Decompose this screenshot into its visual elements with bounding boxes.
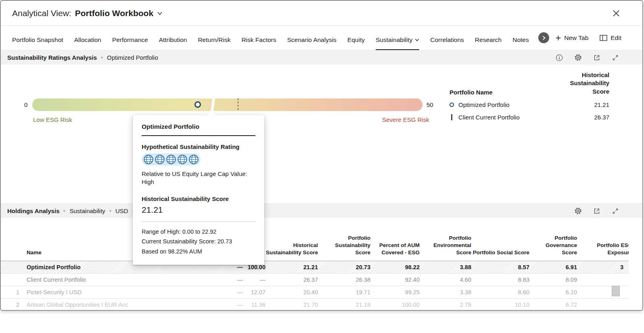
edit-layout-button[interactable]: Edit <box>600 34 621 42</box>
scale-max-label: 50 <box>427 101 433 108</box>
legend-row-optimized-portfolio[interactable]: Optimized Portfolio 21.21 <box>450 101 609 108</box>
analytical-view-window: Analytical View: Portfolio Workbook Port… <box>0 0 643 311</box>
holding-name: Optimized Portfolio <box>27 264 81 270</box>
workbook-name: Portfolio Workbook <box>75 8 153 18</box>
tab-scenario-analysis[interactable]: Scenario Analysis <box>287 28 337 50</box>
tab-correlations[interactable]: Correlations <box>430 28 464 50</box>
tooltip-aum-text: Based on 98.22% AUM <box>142 247 255 257</box>
table-row-client-current-portfolio[interactable]: Client Current Portfolio — — 26.37 26.38… <box>1 273 629 286</box>
tab-portfolio-snapshot[interactable]: Portfolio Snapshot <box>12 28 63 50</box>
ratings-chart-area: 0 50 Low ESG Risk Severe ESG Risk Portfo… <box>1 65 642 203</box>
export-button[interactable] <box>592 207 601 216</box>
export-button[interactable] <box>592 53 601 62</box>
bullet-separator <box>101 57 103 59</box>
holdings-panel-subtitle-2: USD <box>115 207 128 214</box>
esg-risk-gradient-bar[interactable] <box>32 98 422 111</box>
globe-icon <box>155 154 165 165</box>
open-in-new-icon <box>593 54 600 61</box>
holdings-analysis-panel: Holdings Analysis Sustainability USD <box>1 203 642 311</box>
scale-min-label: 0 <box>24 101 27 108</box>
col-header-portfolio-environmental-score[interactable]: Portfolio Environmental Score <box>420 218 471 261</box>
legend-portfolio-score: 21.21 <box>573 101 609 108</box>
legend-score-header: Historical Sustainability Score <box>565 71 609 96</box>
holdings-panel-icons <box>573 206 620 216</box>
workbook-tabbar: Portfolio Snapshot Allocation Performanc… <box>1 26 642 50</box>
table-scrollbar-thumb[interactable] <box>612 286 620 296</box>
col-header-portfolio-social-score[interactable]: Portfolio Social Score <box>471 218 529 261</box>
severe-esg-risk-label: Severe ESG Risk <box>382 116 429 123</box>
tab-return-risk[interactable]: Return/Risk <box>198 28 230 50</box>
holding-name: Pictet-Security I USD <box>27 289 82 295</box>
sustainability-rating-globes <box>142 153 201 165</box>
tab-attribution[interactable]: Attribution <box>159 28 187 50</box>
bullet-separator <box>109 210 111 212</box>
chevron-right-icon <box>542 36 546 40</box>
tooltip-relative-text: Relative to US Equity Large Cap Value: H… <box>142 170 257 186</box>
tooltip-rating-label: Hypothetical Sustainability Rating <box>142 143 255 150</box>
chevron-down-icon <box>157 11 163 15</box>
close-icon <box>612 9 621 18</box>
col-header-portfolio-sustainability-score[interactable]: Portfolio Sustainability Score <box>318 218 370 261</box>
holdings-panel-header: Holdings Analysis Sustainability USD <box>1 203 642 218</box>
page-title[interactable]: Analytical View: Portfolio Workbook <box>12 8 163 18</box>
legend-row-client-current-portfolio[interactable]: Client Current Portfolio 26.37 <box>450 114 609 121</box>
circle-marker-icon <box>450 103 454 107</box>
settings-button[interactable] <box>573 206 583 216</box>
gear-icon <box>574 207 582 215</box>
expand-button[interactable] <box>611 207 620 216</box>
low-esg-risk-label: Low ESG Risk <box>33 116 72 123</box>
globe-icon <box>143 154 154 165</box>
info-button[interactable] <box>555 53 564 62</box>
tooltip-score-value: 21.21 <box>142 205 255 215</box>
portfolio-tooltip: Optimized Portfolio Hypothetical Sustain… <box>133 115 264 265</box>
holdings-panel-title: Holdings Analysis <box>7 207 59 214</box>
expand-icon <box>612 54 619 61</box>
legend-name-header: Portfolio Name <box>450 89 493 96</box>
close-button[interactable] <box>610 7 622 19</box>
gear-icon <box>574 54 582 61</box>
ratings-legend: Portfolio Name Historical Sustainability… <box>450 71 609 121</box>
tab-scroll-right-button[interactable] <box>538 32 549 43</box>
col-header-percent-aum-covered[interactable]: Percent of AUM Covered - ESG <box>370 218 420 261</box>
tab-performance[interactable]: Performance <box>112 28 148 50</box>
tab-research[interactable]: Research <box>475 28 502 50</box>
expand-button[interactable] <box>611 53 620 62</box>
col-header-historical-sustainability-score[interactable]: Historical Sustainability Score <box>266 218 318 261</box>
tab-risk-factors[interactable]: Risk Factors <box>241 28 276 50</box>
ratings-panel-subtitle: Optimized Portfolio <box>107 54 158 61</box>
chevron-down-icon <box>415 38 419 42</box>
page-title-prefix: Analytical View: <box>12 8 71 18</box>
table-row-pictet-security[interactable]: 1Pictet-Security I USD — 12.07 20.40 19.… <box>1 286 629 298</box>
ratings-panel-header: Sustainability Ratings Analysis Optimize… <box>1 50 642 65</box>
tab-allocation[interactable]: Allocation <box>74 28 101 50</box>
tooltip-range-text: Range of High: 0.00 to 22.92 <box>142 227 255 237</box>
tab-sustainability[interactable]: Sustainability <box>376 28 419 50</box>
col-header-portfolio-governance-score[interactable]: Portfolio Governance Score <box>529 218 577 261</box>
tab-equity[interactable]: Equity <box>347 28 365 50</box>
globe-icon <box>177 154 188 165</box>
legend-portfolio-score: 26.37 <box>573 114 609 121</box>
ratings-panel-title: Sustainability Ratings Analysis <box>7 54 97 61</box>
table-header-row: Name Historical Sustainability Score Por… <box>1 218 629 261</box>
tooltip-title: Optimized Portfolio <box>142 123 255 130</box>
plus-icon: + <box>556 34 561 43</box>
client-portfolio-marker[interactable] <box>238 98 238 111</box>
table-row-artisan-global-opportunities[interactable]: 2Artisan Global Opportunities I EUR Acc … <box>1 298 629 311</box>
tooltip-divider <box>142 135 255 136</box>
tab-notes[interactable]: Notes <box>512 28 529 50</box>
globe-icon <box>188 154 199 165</box>
col-header-portfolio-esg-exposure[interactable]: Portfolio ESG Exposure <box>577 218 629 261</box>
sustainability-ratings-panel: Sustainability Ratings Analysis Optimize… <box>1 50 642 203</box>
layout-grid-icon <box>600 35 607 41</box>
tab-list: Portfolio Snapshot Allocation Performanc… <box>12 26 543 50</box>
new-tab-button[interactable]: + New Tab <box>556 34 588 43</box>
expand-icon <box>612 207 619 215</box>
tooltip-light-divider <box>142 222 255 222</box>
tooltip-score-label: Historical Sustainability Score <box>142 195 255 202</box>
holding-name: Artisan Global Opportunities I EUR Acc <box>27 302 128 308</box>
optimized-portfolio-marker[interactable] <box>194 101 201 108</box>
table-row-optimized-portfolio[interactable]: Optimized Portfolio — 100.00 21.21 20.73… <box>1 261 629 273</box>
settings-button[interactable] <box>573 53 583 62</box>
line-marker-icon <box>451 114 452 120</box>
holdings-panel-subtitle-1: Sustainability <box>69 207 105 214</box>
